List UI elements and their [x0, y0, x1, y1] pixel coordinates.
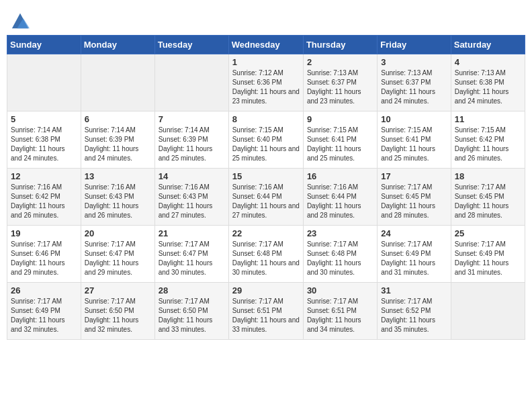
weekday-header-saturday: Saturday	[451, 36, 525, 54]
calendar-cell	[7, 54, 81, 111]
weekday-header-tuesday: Tuesday	[154, 36, 228, 54]
calendar-cell	[451, 283, 525, 340]
day-info: Sunrise: 7:15 AMSunset: 6:41 PMDaylight:…	[381, 126, 447, 163]
week-row-1: 1Sunrise: 7:12 AMSunset: 6:36 PMDaylight…	[7, 54, 525, 111]
day-number: 4	[455, 57, 521, 67]
calendar-cell: 8Sunrise: 7:15 AMSunset: 6:40 PMDaylight…	[228, 111, 303, 169]
day-number: 23	[307, 228, 373, 238]
weekday-header-thursday: Thursday	[303, 36, 377, 54]
calendar-cell: 11Sunrise: 7:15 AMSunset: 6:42 PMDayligh…	[451, 111, 525, 169]
calendar-cell: 24Sunrise: 7:17 AMSunset: 6:49 PMDayligh…	[378, 226, 451, 283]
day-number: 31	[381, 285, 447, 295]
day-number: 15	[232, 171, 300, 181]
calendar-cell: 9Sunrise: 7:15 AMSunset: 6:41 PMDaylight…	[303, 111, 377, 169]
day-info: Sunrise: 7:12 AMSunset: 6:36 PMDaylight:…	[232, 68, 300, 106]
week-row-4: 19Sunrise: 7:17 AMSunset: 6:46 PMDayligh…	[7, 226, 525, 283]
day-number: 22	[232, 228, 300, 238]
day-number: 5	[11, 114, 77, 124]
day-number: 24	[381, 228, 447, 238]
day-number: 10	[381, 114, 447, 124]
calendar-cell: 10Sunrise: 7:15 AMSunset: 6:41 PMDayligh…	[378, 111, 451, 169]
day-number: 7	[159, 114, 225, 124]
week-row-5: 26Sunrise: 7:17 AMSunset: 6:49 PMDayligh…	[7, 283, 525, 340]
calendar-cell: 4Sunrise: 7:13 AMSunset: 6:38 PMDaylight…	[451, 54, 525, 111]
logo-icon	[11, 11, 30, 30]
day-info: Sunrise: 7:17 AMSunset: 6:47 PMDaylight:…	[159, 240, 225, 277]
day-number: 18	[455, 171, 521, 181]
weekday-header-wednesday: Wednesday	[228, 36, 303, 54]
day-number: 19	[11, 228, 77, 238]
day-info: Sunrise: 7:16 AMSunset: 6:43 PMDaylight:…	[85, 183, 151, 220]
day-info: Sunrise: 7:17 AMSunset: 6:49 PMDaylight:…	[381, 240, 447, 277]
calendar-cell: 30Sunrise: 7:17 AMSunset: 6:51 PMDayligh…	[303, 283, 377, 340]
day-number: 1	[232, 57, 300, 67]
day-info: Sunrise: 7:17 AMSunset: 6:50 PMDaylight:…	[85, 297, 151, 334]
day-info: Sunrise: 7:13 AMSunset: 6:37 PMDaylight:…	[307, 68, 373, 106]
day-info: Sunrise: 7:16 AMSunset: 6:44 PMDaylight:…	[232, 183, 300, 220]
weekday-header-monday: Monday	[81, 36, 154, 54]
day-number: 21	[159, 228, 225, 238]
day-number: 11	[455, 114, 521, 124]
day-info: Sunrise: 7:16 AMSunset: 6:43 PMDaylight:…	[159, 183, 225, 220]
calendar-cell: 7Sunrise: 7:14 AMSunset: 6:39 PMDaylight…	[154, 111, 228, 169]
day-number: 13	[85, 171, 151, 181]
day-info: Sunrise: 7:13 AMSunset: 6:38 PMDaylight:…	[455, 68, 521, 106]
day-number: 14	[159, 171, 225, 181]
calendar-cell: 20Sunrise: 7:17 AMSunset: 6:47 PMDayligh…	[81, 226, 154, 283]
calendar-header: SundayMondayTuesdayWednesdayThursdayFrid…	[7, 36, 525, 54]
day-info: Sunrise: 7:17 AMSunset: 6:45 PMDaylight:…	[455, 183, 521, 220]
weekday-header-friday: Friday	[378, 36, 451, 54]
calendar-cell: 18Sunrise: 7:17 AMSunset: 6:45 PMDayligh…	[451, 169, 525, 226]
calendar-cell: 14Sunrise: 7:16 AMSunset: 6:43 PMDayligh…	[154, 169, 228, 226]
day-number: 12	[11, 171, 77, 181]
calendar-cell: 15Sunrise: 7:16 AMSunset: 6:44 PMDayligh…	[228, 169, 303, 226]
day-number: 8	[232, 114, 300, 124]
day-info: Sunrise: 7:14 AMSunset: 6:39 PMDaylight:…	[85, 126, 151, 163]
calendar-cell: 23Sunrise: 7:17 AMSunset: 6:48 PMDayligh…	[303, 226, 377, 283]
weekday-header-sunday: Sunday	[7, 36, 81, 54]
day-info: Sunrise: 7:17 AMSunset: 6:51 PMDaylight:…	[307, 297, 373, 334]
calendar-cell: 19Sunrise: 7:17 AMSunset: 6:46 PMDayligh…	[7, 226, 81, 283]
day-number: 30	[307, 285, 373, 295]
day-info: Sunrise: 7:14 AMSunset: 6:39 PMDaylight:…	[159, 126, 225, 163]
day-info: Sunrise: 7:17 AMSunset: 6:48 PMDaylight:…	[307, 240, 373, 277]
calendar-cell: 1Sunrise: 7:12 AMSunset: 6:36 PMDaylight…	[228, 54, 303, 111]
calendar-cell	[154, 54, 228, 111]
calendar-table: SundayMondayTuesdayWednesdayThursdayFrid…	[7, 35, 525, 340]
day-number: 6	[85, 114, 151, 124]
day-number: 28	[159, 285, 225, 295]
calendar-cell: 2Sunrise: 7:13 AMSunset: 6:37 PMDaylight…	[303, 54, 377, 111]
calendar-cell: 16Sunrise: 7:16 AMSunset: 6:44 PMDayligh…	[303, 169, 377, 226]
calendar-cell: 29Sunrise: 7:17 AMSunset: 6:51 PMDayligh…	[228, 283, 303, 340]
day-number: 20	[85, 228, 151, 238]
calendar-cell: 25Sunrise: 7:17 AMSunset: 6:49 PMDayligh…	[451, 226, 525, 283]
day-info: Sunrise: 7:17 AMSunset: 6:49 PMDaylight:…	[11, 297, 77, 334]
day-number: 3	[381, 57, 447, 67]
day-info: Sunrise: 7:15 AMSunset: 6:42 PMDaylight:…	[455, 126, 521, 163]
day-info: Sunrise: 7:13 AMSunset: 6:37 PMDaylight:…	[381, 68, 447, 106]
calendar-body: 1Sunrise: 7:12 AMSunset: 6:36 PMDaylight…	[7, 54, 525, 340]
week-row-2: 5Sunrise: 7:14 AMSunset: 6:38 PMDaylight…	[7, 111, 525, 169]
day-info: Sunrise: 7:16 AMSunset: 6:44 PMDaylight:…	[307, 183, 373, 220]
day-info: Sunrise: 7:17 AMSunset: 6:49 PMDaylight:…	[455, 240, 521, 277]
week-row-3: 12Sunrise: 7:16 AMSunset: 6:42 PMDayligh…	[7, 169, 525, 226]
calendar-cell: 6Sunrise: 7:14 AMSunset: 6:39 PMDaylight…	[81, 111, 154, 169]
calendar-cell: 28Sunrise: 7:17 AMSunset: 6:50 PMDayligh…	[154, 283, 228, 340]
calendar-cell: 3Sunrise: 7:13 AMSunset: 6:37 PMDaylight…	[378, 54, 451, 111]
day-info: Sunrise: 7:15 AMSunset: 6:41 PMDaylight:…	[307, 126, 373, 163]
calendar-cell: 22Sunrise: 7:17 AMSunset: 6:48 PMDayligh…	[228, 226, 303, 283]
day-info: Sunrise: 7:17 AMSunset: 6:45 PMDaylight:…	[381, 183, 447, 220]
calendar-cell: 5Sunrise: 7:14 AMSunset: 6:38 PMDaylight…	[7, 111, 81, 169]
day-number: 2	[307, 57, 373, 67]
weekday-row: SundayMondayTuesdayWednesdayThursdayFrid…	[7, 36, 525, 54]
calendar-cell: 13Sunrise: 7:16 AMSunset: 6:43 PMDayligh…	[81, 169, 154, 226]
calendar-cell: 12Sunrise: 7:16 AMSunset: 6:42 PMDayligh…	[7, 169, 81, 226]
calendar-cell: 31Sunrise: 7:17 AMSunset: 6:52 PMDayligh…	[378, 283, 451, 340]
day-info: Sunrise: 7:15 AMSunset: 6:40 PMDaylight:…	[232, 126, 300, 163]
day-info: Sunrise: 7:17 AMSunset: 6:47 PMDaylight:…	[85, 240, 151, 277]
calendar-cell: 21Sunrise: 7:17 AMSunset: 6:47 PMDayligh…	[154, 226, 228, 283]
day-number: 25	[455, 228, 521, 238]
calendar-cell: 17Sunrise: 7:17 AMSunset: 6:45 PMDayligh…	[378, 169, 451, 226]
day-number: 27	[85, 285, 151, 295]
calendar-cell	[81, 54, 154, 111]
